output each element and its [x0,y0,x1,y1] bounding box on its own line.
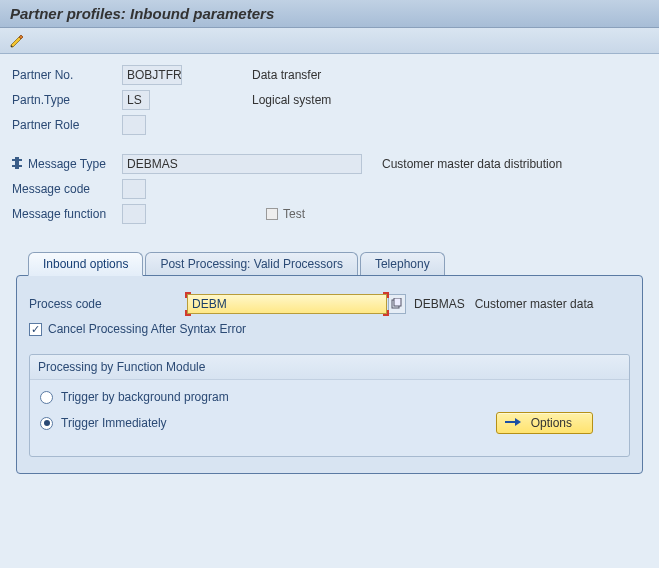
radio-immediate[interactable] [40,417,53,430]
tab-strip: Inbound options Post Processing: Valid P… [16,251,643,275]
process-code-input-wrap [187,294,387,314]
svg-rect-2 [12,165,22,167]
mandatory-icon [12,157,22,172]
processing-group: Processing by Function Module Trigger by… [29,354,630,457]
test-label: Test [283,207,305,221]
page-title: Partner profiles: Inbound parameters [10,5,649,22]
svg-rect-1 [12,159,22,161]
message-code-label: Message code [12,182,122,196]
radio-immediate-label: Trigger Immediately [61,416,167,430]
partner-role-label: Partner Role [12,118,122,132]
title-bar: Partner profiles: Inbound parameters [0,0,659,28]
arrow-right-icon [505,416,521,430]
svg-marker-6 [515,418,521,426]
tab-panel-inbound: Process code DEBMAS Customer master data [16,275,643,474]
pencil-icon[interactable] [8,32,651,50]
partn-type-field[interactable]: LS [122,90,150,110]
process-code-desc-code: DEBMAS [414,297,465,311]
process-code-desc-text: Customer master data [475,297,594,311]
message-function-field[interactable] [122,204,146,224]
process-code-label: Process code [29,297,187,311]
search-help-icon [391,298,403,310]
options-button[interactable]: Options [496,412,593,434]
main-content: Partner No. BOBJTFR Data transfer Partn.… [0,54,659,484]
options-button-label: Options [531,416,572,430]
tab-telephony[interactable]: Telephony [360,252,445,275]
message-code-field[interactable] [122,179,146,199]
cancel-processing-checkbox[interactable]: ✓ [29,323,42,336]
radio-background-label: Trigger by background program [61,390,229,404]
message-type-field[interactable]: DEBMAS [122,154,362,174]
process-code-search-button[interactable] [388,294,406,314]
toolbar [0,28,659,54]
partn-type-label: Partn.Type [12,93,122,107]
message-type-desc: Customer master data distribution [382,157,562,171]
partner-no-desc: Data transfer [252,68,321,82]
partner-no-field[interactable]: BOBJTFR [122,65,182,85]
partner-no-label: Partner No. [12,68,122,82]
partner-role-field[interactable] [122,115,146,135]
processing-group-title: Processing by Function Module [30,355,629,380]
tab-post-processing[interactable]: Post Processing: Valid Processors [145,252,358,275]
process-code-input[interactable] [187,294,387,314]
svg-rect-0 [15,157,19,169]
message-type-label: Message Type [12,157,122,172]
radio-background[interactable] [40,391,53,404]
tab-inbound-options[interactable]: Inbound options [28,252,143,276]
partn-type-desc: Logical system [252,93,331,107]
test-checkbox[interactable] [266,208,278,220]
svg-rect-4 [394,298,401,306]
message-function-label: Message function [12,207,122,221]
cancel-processing-label: Cancel Processing After Syntax Error [48,322,246,336]
